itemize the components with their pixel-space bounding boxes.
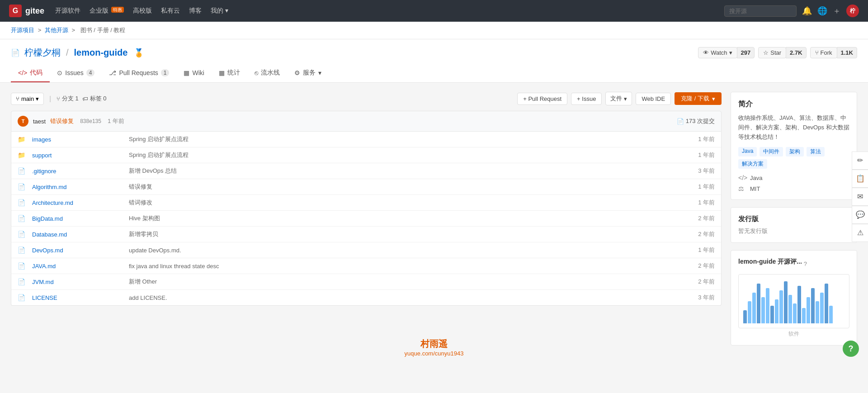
webide-button[interactable]: Web IDE xyxy=(636,93,671,105)
issue-button[interactable]: + Issue xyxy=(571,93,602,105)
file-name[interactable]: JAVA.md xyxy=(32,263,123,270)
plus-icon[interactable]: ＋ xyxy=(833,5,841,16)
tag-item[interactable]: 架构 xyxy=(786,147,804,156)
float-clipboard-icon[interactable]: 📋 xyxy=(852,170,868,188)
watermark-line1: 村雨遥 xyxy=(405,338,464,350)
clone-button[interactable]: 克隆 / 下载 ▾ xyxy=(675,92,722,105)
tab-stats[interactable]: ▦ 统计 xyxy=(212,64,247,82)
file-name[interactable]: JVM.md xyxy=(32,279,123,285)
table-row: 📄 DevOps.md update DevOps.md. 1 年前 xyxy=(11,242,721,258)
logo[interactable]: G gitee xyxy=(9,5,44,17)
pipeline-icon: ⎋ xyxy=(255,69,258,76)
file-commit-msg: 新增 Other xyxy=(129,278,681,286)
meta-license-value: MIT xyxy=(750,185,760,192)
tab-services[interactable]: ⚙ 服务 ▾ xyxy=(287,64,329,82)
star-count[interactable]: 2.7K xyxy=(786,47,806,58)
branch-count-text: 分支 1 xyxy=(62,95,79,103)
file-commit-msg: update DevOps.md. xyxy=(129,247,681,254)
tab-pipeline[interactable]: ⎋ 流水线 xyxy=(247,64,287,82)
tag-item[interactable]: 算法 xyxy=(807,147,825,156)
float-chat-icon[interactable]: 💬 xyxy=(852,206,868,224)
pull-request-button[interactable]: + Pull Request xyxy=(517,93,567,105)
eval-question-icon[interactable]: ? xyxy=(804,260,807,267)
file-name[interactable]: Database.md xyxy=(32,231,123,238)
watch-button[interactable]: 👁 Watch ▾ xyxy=(698,47,737,58)
file-type-icon: 📄 xyxy=(18,278,26,285)
file-time: 1 年前 xyxy=(688,246,715,254)
tab-wiki[interactable]: ▦ Wiki xyxy=(176,64,211,82)
issues-icon: ⊙ xyxy=(57,69,62,76)
fork-count[interactable]: 1.1K xyxy=(837,47,857,58)
chart-bar xyxy=(811,288,815,323)
file-name[interactable]: Algorithm.md xyxy=(32,184,123,190)
bell-icon[interactable]: 🔔 xyxy=(802,6,812,16)
file-time: 1 年前 xyxy=(688,183,715,191)
clone-chevron-icon: ▾ xyxy=(712,95,715,102)
breadcrumb-opensource[interactable]: 开源项目 xyxy=(11,27,34,33)
star-label: Star xyxy=(770,49,781,56)
nav-private-cloud[interactable]: 私有云 xyxy=(161,7,180,15)
float-mail-icon[interactable]: ✉ xyxy=(852,188,868,206)
tag-count[interactable]: 🏷 标签 0 xyxy=(82,95,107,103)
nav-mine[interactable]: 我的 ▾ xyxy=(211,7,228,15)
commit-author[interactable]: taest xyxy=(33,118,46,125)
repo-actions: 👁 Watch ▾ 297 ☆ Star 2.7K ⑂ Fork 1.1K xyxy=(698,47,857,58)
tab-wiki-label: Wiki xyxy=(192,69,204,76)
table-row: 📁 support Spring 启动扩展点流程 1 年前 xyxy=(11,147,721,163)
nav-blog[interactable]: 博客 xyxy=(189,7,202,15)
chart-bar xyxy=(748,301,751,323)
file-name[interactable]: support xyxy=(32,152,123,159)
float-warning-icon[interactable]: ⚠ xyxy=(852,224,868,242)
branch-selector[interactable]: ⑂ main ▾ xyxy=(11,93,44,105)
file-name[interactable]: images xyxy=(32,136,123,143)
tab-issues[interactable]: ⊙ Issues 4 xyxy=(50,64,102,82)
commit-count[interactable]: 📄 173 次提交 xyxy=(677,117,715,125)
chart-bar xyxy=(820,293,824,324)
commit-message[interactable]: 错误修复 xyxy=(50,117,74,125)
fork-icon: ⑂ xyxy=(815,49,819,56)
tag-item[interactable]: Java xyxy=(738,147,757,156)
globe-icon[interactable]: 🌐 xyxy=(817,6,827,16)
file-type-icon: 📄 xyxy=(18,262,26,270)
table-row: 📄 JVM.md 新增 Other 2 年前 xyxy=(11,274,721,290)
branch-count[interactable]: ⑂ 分支 1 xyxy=(57,95,79,103)
fork-button[interactable]: ⑂ Fork xyxy=(810,47,837,58)
file-name[interactable]: Architecture.md xyxy=(32,199,123,206)
chart-bar xyxy=(825,284,828,323)
file-time: 2 年前 xyxy=(688,214,715,223)
release-none: 暂无发行版 xyxy=(738,227,849,235)
watch-group: 👁 Watch ▾ 297 xyxy=(698,47,755,58)
breadcrumb-other[interactable]: 其他开源 xyxy=(45,27,68,33)
chart-bar xyxy=(793,303,797,323)
file-name[interactable]: DevOps.md xyxy=(32,247,123,254)
file-commit-msg: Spring 启动扩展点流程 xyxy=(129,151,681,159)
commit-count-icon: 📄 xyxy=(677,118,684,125)
stats-icon: ▦ xyxy=(219,69,225,76)
star-button[interactable]: ☆ Star xyxy=(758,47,786,58)
search-input[interactable] xyxy=(724,5,797,17)
avatar[interactable]: 柠 xyxy=(846,5,859,17)
tab-code[interactable]: </> 代码 xyxy=(11,64,50,82)
meta-language: </> Java xyxy=(738,174,849,181)
tab-pullrequests[interactable]: ⎇ Pull Requests 1 xyxy=(102,64,176,82)
file-button[interactable]: 文件 ▾ xyxy=(605,92,632,105)
file-commit-msg: 新增零拷贝 xyxy=(129,230,681,238)
nav-enterprise[interactable]: 企业版 特惠 xyxy=(90,7,124,15)
commit-hash[interactable]: 838e135 xyxy=(80,118,101,124)
file-name[interactable]: LICENSE xyxy=(32,294,123,301)
logo-text: gitee xyxy=(25,6,44,16)
repo-type-icon: 📄 xyxy=(11,48,20,57)
wiki-icon: ▦ xyxy=(184,69,189,76)
file-name[interactable]: .gitignore xyxy=(32,168,123,175)
watch-count[interactable]: 297 xyxy=(737,47,755,58)
tag-item[interactable]: 解决方案 xyxy=(738,159,767,169)
nav-links: 开源软件 企业版 特惠 高校版 私有云 博客 我的 ▾ xyxy=(55,7,713,15)
nav-opensource[interactable]: 开源软件 xyxy=(55,7,80,15)
tag-item[interactable]: 中间件 xyxy=(760,147,783,156)
file-name[interactable]: BigData.md xyxy=(32,215,123,222)
repo-owner[interactable]: 柠檬夕桐 xyxy=(24,47,61,59)
float-edit-icon[interactable]: ✏ xyxy=(852,152,868,170)
nav-university[interactable]: 高校版 xyxy=(133,7,152,15)
repo-name[interactable]: lemon-guide xyxy=(74,47,128,58)
help-button[interactable]: ? xyxy=(843,341,859,357)
